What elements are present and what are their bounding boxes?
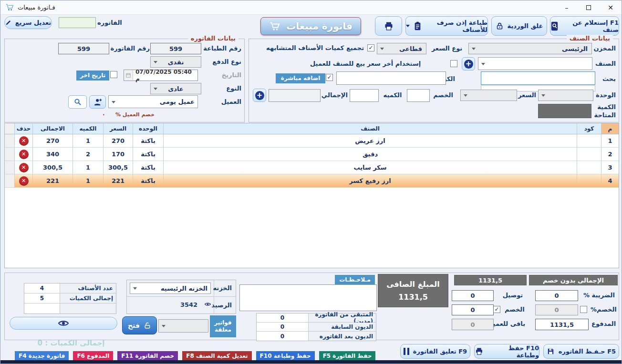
cell-item: ارز عريض (163, 134, 577, 147)
kind-select[interactable]: عادى (150, 83, 201, 94)
chevron-down-icon (472, 48, 476, 50)
chevron-down-icon (541, 94, 545, 97)
delete-row-icon[interactable]: ✕ (19, 163, 29, 172)
merge-similar-checkbox[interactable]: ✓ (367, 44, 374, 51)
item-data-panel: بيانات الصنف المخزن الرئيسى نوع السعر قط… (249, 39, 619, 122)
paid-input[interactable]: 1131,5 (535, 319, 589, 330)
add-item-button[interactable]: + (462, 57, 475, 71)
balance-label: الرصيد (211, 302, 232, 309)
clipboard-icon (414, 21, 422, 31)
items-table-header: م كود الصنف الوحده السعر الكميه الاجمالى… (5, 123, 619, 134)
debts-row-value: 0 (257, 323, 308, 331)
suspend-invoice-button[interactable]: F9 تعليق الفاتورة (400, 344, 470, 359)
price-type-select[interactable]: قطاعى (377, 43, 426, 54)
customer-select[interactable]: عميل يومى (108, 95, 198, 108)
cell-num: 4 (601, 174, 619, 187)
pay-type-select[interactable]: نقدى (150, 56, 201, 68)
qty-input[interactable] (350, 89, 379, 102)
discount-pct-checkbox[interactable] (580, 306, 587, 313)
discount-cash-input[interactable]: 0 (452, 304, 494, 315)
item-inquiry-button[interactable]: F1 إستعلام عن صنف (550, 16, 619, 36)
calendar-dropdown-icon[interactable] (124, 70, 133, 81)
notes-textarea[interactable] (239, 284, 377, 311)
direct-add-checkbox[interactable]: ✓ (326, 74, 333, 81)
shortcut-chip[interactable]: حفظ الفاتورة F5 (319, 351, 376, 361)
customer-discount-label: خصم العميل % (115, 111, 155, 118)
tax-label: الضريبة % (580, 292, 618, 299)
chevron-down-icon (112, 101, 115, 103)
show-details-button[interactable] (10, 317, 117, 330)
tax-input[interactable]: 0 (535, 290, 578, 301)
print-button[interactable] (375, 16, 402, 36)
invoice-quick-search-input[interactable] (59, 17, 96, 28)
warehouse-select[interactable]: الرئيسى (468, 43, 592, 54)
open-pending-label: فتح (128, 322, 140, 329)
items-table: م كود الصنف الوحده السعر الكميه الاجمالى… (4, 123, 619, 268)
discount-cash-checkbox[interactable]: ✓ (493, 306, 500, 313)
close-shift-button[interactable]: غلق الوردية (491, 16, 547, 36)
shortcut-chip[interactable]: تعديل كمية الصنف F8 (182, 351, 251, 361)
chevron-down-icon (133, 287, 137, 290)
delete-row-icon[interactable]: ✕ (19, 150, 29, 159)
delete-row-icon[interactable]: ✕ (19, 176, 29, 186)
shortcut-chip[interactable]: المدفوع F6 (73, 351, 113, 361)
open-pending-button[interactable]: فتح (122, 316, 157, 334)
add-line-button[interactable]: + (253, 89, 266, 102)
chevron-down-icon (162, 325, 166, 327)
date-picker[interactable]: 07/07/2025 05:40 م (124, 70, 198, 81)
treasury-select[interactable]: الخزنه الرئيسيه (130, 283, 211, 294)
delete-cell[interactable]: ✕ (14, 134, 32, 147)
close-icon[interactable]: ✕ (600, 0, 622, 14)
table-row[interactable]: 3 سكر سايب باكتة 300,5 1 300,5 ✕ (5, 161, 619, 174)
shortcut-chip[interactable]: حفظ وطباعة F10 (256, 351, 315, 361)
cell-num: 1 (601, 134, 619, 147)
qty-total-label: إجمالى الكميات (60, 293, 116, 303)
pending-invoices-select[interactable] (158, 319, 208, 333)
save-invoice-button[interactable]: F5 حـفـظ الفاتوره (543, 344, 619, 359)
row-selector-cell[interactable] (5, 134, 14, 147)
cell-code (577, 161, 601, 174)
search-label: بحث (602, 75, 616, 82)
unit-select[interactable] (538, 90, 593, 101)
price-label: السعر (518, 91, 537, 99)
delete-cell[interactable]: ✕ (14, 161, 32, 174)
quick-edit-button[interactable]: تعديل سريع (4, 16, 52, 29)
price-type-label: نوع السعر (428, 45, 466, 52)
delete-cell[interactable]: ✕ (14, 174, 32, 187)
delete-row-icon[interactable]: ✕ (19, 136, 29, 146)
price-select[interactable] (460, 90, 517, 101)
page-title-banner: فاتورة مبيعات (260, 17, 361, 35)
print-issue-permit-button[interactable]: طباعة إذن صرف للأصناف (405, 16, 488, 36)
cell-qty: 1 (73, 174, 103, 187)
row-selector-cell[interactable] (5, 161, 14, 174)
use-last-price-checkbox[interactable] (450, 60, 457, 67)
delivery-input[interactable]: 0 (452, 290, 494, 301)
minimize-icon[interactable]: – (556, 0, 578, 14)
save-print-button[interactable]: F10 حفظ وطباعة (474, 344, 539, 359)
code-input[interactable] (336, 71, 446, 85)
cell-code (577, 134, 601, 147)
discount-pct-input[interactable]: 0 (535, 304, 578, 315)
shortcut-chip[interactable]: فاتورة جديدة F4 (15, 351, 69, 361)
customer-search-button[interactable] (68, 95, 87, 109)
debts-row-value: 0 (257, 313, 308, 322)
shortcut-chip[interactable]: خصم الفاتورة F11 (117, 351, 178, 361)
header-num: م (601, 123, 619, 134)
row-selector-cell[interactable] (5, 174, 14, 187)
table-row[interactable]: 4 ارز رفيع كسر باكتة 221 1 221 ✕ (5, 174, 619, 188)
other-date-checkbox[interactable] (110, 71, 117, 78)
search-input[interactable] (481, 71, 595, 85)
debts-table: المتبقى من الفاتورة (مدين) 0 الديون السا… (256, 313, 376, 341)
lock-icon (496, 21, 504, 31)
delete-cell[interactable]: ✕ (14, 148, 32, 161)
table-row[interactable]: 1 ارز عريض باكتة 270 1 270 ✕ (5, 134, 619, 148)
add-customer-button[interactable] (89, 95, 106, 109)
item-select[interactable] (478, 57, 592, 70)
row-selector-cell[interactable] (5, 148, 14, 161)
discount-input[interactable] (407, 89, 430, 102)
counters-row-empty (24, 303, 116, 313)
maximize-icon[interactable] (578, 0, 600, 14)
chevron-down-icon (481, 63, 485, 65)
items-count-label: عدد الأصناف (60, 283, 116, 293)
table-row[interactable]: 2 دقيق باكتة 170 2 340 ✕ (5, 148, 619, 161)
